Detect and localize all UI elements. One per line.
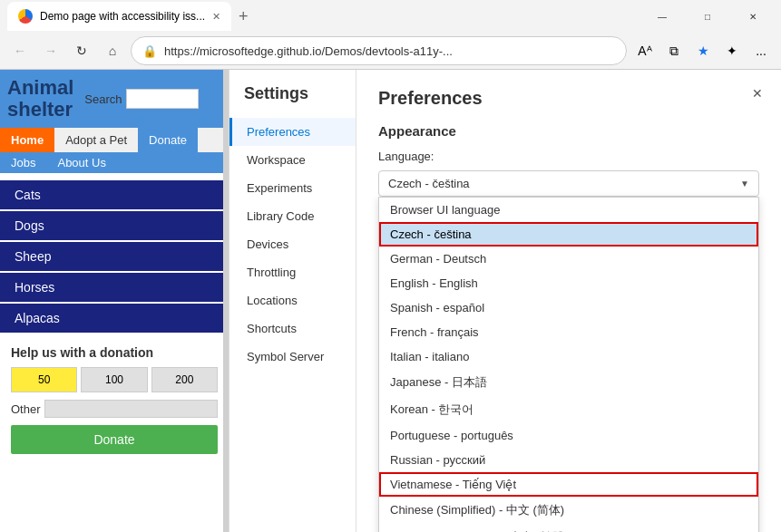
favorites-icon[interactable]: ★ [690,38,716,63]
settings-nav-experiments[interactable]: Experiments [229,174,356,202]
language-select[interactable]: Czech - čeština ▼ [378,170,759,197]
refresh-button[interactable]: ↻ [69,38,94,63]
settings-nav-throttling[interactable]: Throttling [229,258,356,286]
other-amount-row: Other [11,400,218,418]
settings-panel: Settings Preferences Workspace Experimen… [229,70,781,532]
dropdown-czech[interactable]: Czech - čeština [379,222,758,247]
site-list: Cats Dogs Sheep Horses Alpacas [0,180,229,333]
dropdown-spanish[interactable]: Spanish - español [379,295,758,320]
language-label: Language: [378,150,434,163]
maximize-button[interactable]: □ [687,4,728,29]
copilot-icon[interactable]: ✦ [719,38,745,63]
minimize-button[interactable]: — [641,4,683,29]
search-label: Search [84,92,122,106]
list-item-alpacas[interactable]: Alpacas [0,304,229,333]
site-search: Search [84,89,198,109]
amount-100[interactable]: 100 [81,367,147,392]
browser-tab[interactable]: Demo page with accessibility iss... ✕ [7,2,231,31]
other-amount-input[interactable] [44,400,218,418]
settings-nav-devices[interactable]: Devices [229,230,356,258]
read-aloud-icon[interactable]: Aᴬ [632,38,658,63]
nav-jobs[interactable]: Jobs [0,152,46,173]
dropdown-japanese[interactable]: Japanese - 日本語 [379,369,758,396]
window-controls: — □ ✕ [641,4,774,29]
title-bar: Demo page with accessibility iss... ✕ + … [0,0,781,33]
settings-sidebar: Settings Preferences Workspace Experimen… [229,70,356,532]
list-item-cats[interactable]: Cats [0,180,229,209]
site-logo: Animal shelter [7,77,73,121]
nav-adopt[interactable]: Adopt a Pet [54,128,138,152]
site-nav: Home Adopt a Pet Donate [0,128,229,152]
list-item-horses[interactable]: Horses [0,273,229,302]
dropdown-vietnamese[interactable]: Vietnamese - Tiếng Việt [379,472,758,497]
other-label: Other [11,402,41,416]
selected-language: Czech - čeština [388,177,470,190]
donation-section: Help us with a donation 50 100 200 Other… [0,334,229,465]
site-header: Animal shelter Search [0,70,229,128]
tab-title: Demo page with accessibility iss... [40,10,205,23]
settings-page-title: Preferences [378,88,759,109]
list-item-dogs[interactable]: Dogs [0,211,229,240]
settings-nav-library-code[interactable]: Library Code [229,202,356,230]
dropdown-french[interactable]: French - français [379,320,758,344]
donation-amounts: 50 100 200 [11,367,218,392]
settings-nav-preferences[interactable]: Preferences [229,118,356,146]
list-item-sheep[interactable]: Sheep [0,242,229,271]
new-tab-button[interactable]: + [239,7,249,26]
address-text: https://microsoftedge.github.io/Demos/de… [164,44,615,58]
donation-title: Help us with a donation [11,345,218,360]
address-bar[interactable]: 🔒 https://microsoftedge.github.io/Demos/… [131,36,627,65]
nav-home[interactable]: Home [0,128,54,152]
lock-icon: 🔒 [142,44,157,58]
amount-200[interactable]: 200 [151,367,218,392]
forward-button[interactable]: → [38,38,63,63]
dropdown-german[interactable]: German - Deutsch [379,247,758,271]
dropdown-russian[interactable]: Russian - русский [379,448,758,472]
site-nav2: Jobs About Us [0,152,229,173]
settings-nav-shortcuts[interactable]: Shortcuts [229,314,356,343]
dropdown-korean[interactable]: Korean - 한국어 [379,396,758,423]
settings-nav-symbol-server[interactable]: Symbol Server [229,343,356,371]
tab-close-btn[interactable]: ✕ [212,11,220,23]
home-button[interactable]: ⌂ [100,38,125,63]
close-window-button[interactable]: ✕ [732,4,774,29]
browser-chrome: Demo page with accessibility iss... ✕ + … [0,0,781,70]
donate-button[interactable]: Donate [11,425,218,454]
settings-main: ✕ Preferences Appearance Language: Czech… [356,70,781,532]
language-row: Language: [378,150,759,163]
settings-close-button[interactable]: ✕ [745,81,770,106]
settings-nav-locations[interactable]: Locations [229,286,356,314]
back-button[interactable]: ← [7,38,33,63]
appearance-title: Appearance [378,123,759,139]
page-content: Animal shelter Search Home Adopt a Pet D… [0,70,781,532]
dropdown-portuguese[interactable]: Portuguese - português [379,423,758,448]
dropdown-chinese-simplified[interactable]: Chinese (Simplified) - 中文 (简体) [379,497,758,524]
split-screen-icon[interactable]: ⧉ [661,38,687,63]
dropdown-chinese-traditional[interactable]: Chinese (Traditional) - 中文 (繁體) [379,524,758,532]
search-input[interactable] [126,89,199,109]
more-tools-icon[interactable]: ... [748,38,774,63]
settings-nav-workspace[interactable]: Workspace [229,146,356,174]
amount-50[interactable]: 50 [11,367,77,392]
browser-toolbar: ← → ↻ ⌂ 🔒 https://microsoftedge.github.i… [0,33,781,69]
toolbar-icons: Aᴬ ⧉ ★ ✦ ... [632,38,774,63]
website-panel: Animal shelter Search Home Adopt a Pet D… [0,70,229,532]
dropdown-english[interactable]: English - English [379,271,758,295]
settings-title: Settings [229,84,356,118]
dropdown-italian[interactable]: Italian - italiano [379,344,758,369]
nav-donate[interactable]: Donate [138,128,198,152]
tab-favicon [18,9,33,24]
chevron-down-icon: ▼ [740,179,749,189]
scrollbar[interactable] [223,70,229,532]
dropdown-browser-ui[interactable]: Browser UI language [379,198,758,222]
nav-about[interactable]: About Us [46,152,116,173]
language-dropdown: Browser UI language Czech - čeština Germ… [378,197,759,532]
